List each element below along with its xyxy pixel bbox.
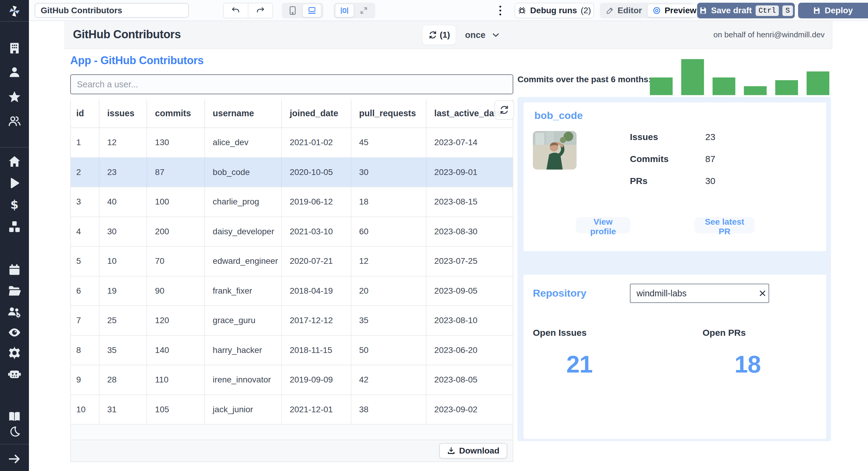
table-cell: 2023-08-05 xyxy=(427,365,513,395)
table-row[interactable]: 340100charlie_prog2019-06-12182023-08-15 xyxy=(71,187,513,217)
table-cell: frank_fixer xyxy=(205,276,282,306)
desktop-view-toggle[interactable] xyxy=(303,4,321,17)
calendar-icon[interactable] xyxy=(0,261,29,278)
repository-input[interactable] xyxy=(630,289,756,298)
home-icon[interactable] xyxy=(0,153,29,170)
commit-bar xyxy=(650,77,673,95)
preview-tab[interactable]: Preview xyxy=(647,4,702,17)
commit-bar xyxy=(712,77,735,95)
star-icon[interactable] xyxy=(0,89,29,105)
editor-tab[interactable]: Editor xyxy=(601,4,647,17)
table-row[interactable]: 835140harry_hacker2018-11-15502023-06-20 xyxy=(71,336,513,366)
table-cell: 8 xyxy=(71,336,99,365)
download-icon xyxy=(447,447,456,455)
column-header-pull_requests: pull_requests xyxy=(351,99,427,127)
table-refresh-button[interactable] xyxy=(494,100,514,120)
folder-open-icon[interactable] xyxy=(0,282,29,299)
repository-card: Repository Open Issues Open PRs 21 18 xyxy=(524,275,826,439)
editor-preview-group: Editor Preview xyxy=(600,3,694,19)
column-header-commits: commits xyxy=(147,99,205,127)
arrow-right-icon[interactable] xyxy=(0,450,29,467)
table-cell: 2021-01-02 xyxy=(282,128,351,157)
deploy-button: Deploy xyxy=(798,3,868,19)
schedule-dropdown[interactable]: once xyxy=(462,25,503,45)
eye-icon[interactable] xyxy=(0,324,29,341)
refresh-icon xyxy=(428,30,437,39)
gear-icon[interactable] xyxy=(0,344,29,361)
app-header-band: GitHub Contributors (1) once on behalf o… xyxy=(64,21,832,49)
user-icon[interactable] xyxy=(0,64,29,81)
table-cell: 25 xyxy=(99,306,147,335)
table-row[interactable]: 61990frank_fixer2018-04-19202023-09-05 xyxy=(71,276,513,306)
sidebar-divider xyxy=(0,21,29,22)
group-settings-icon[interactable] xyxy=(0,304,29,321)
view-profile-button[interactable]: View profile xyxy=(576,217,630,233)
robot-icon[interactable] xyxy=(0,366,29,382)
table-cell: 2023-08-30 xyxy=(427,217,513,246)
refresh-icon xyxy=(499,105,509,115)
table-cell: alice_dev xyxy=(205,128,282,157)
book-icon[interactable] xyxy=(0,408,29,425)
table-row[interactable]: 51070edward_engineer2020-07-21122023-07-… xyxy=(71,247,513,276)
table-cell: 2023-07-25 xyxy=(427,247,513,276)
deploy-label: Deploy xyxy=(825,6,852,15)
table-cell: 23 xyxy=(99,158,147,187)
debug-runs-button[interactable]: Debug runs (2) xyxy=(515,3,594,19)
app-refresh-button[interactable]: (1) xyxy=(422,25,456,45)
table-cell: 2023-09-01 xyxy=(427,158,513,187)
download-button[interactable]: Download xyxy=(439,443,507,459)
search-user-input[interactable] xyxy=(70,74,513,94)
table-cell: grace_guru xyxy=(205,306,282,335)
column-header-id: id xyxy=(71,99,99,127)
deploy-main-button[interactable]: Deploy xyxy=(798,3,867,19)
building-icon[interactable] xyxy=(0,40,29,57)
floppy-icon xyxy=(699,6,707,15)
table-cell: 2020-10-05 xyxy=(282,158,351,187)
open-prs-label: Open PRs xyxy=(703,328,746,338)
table-cell: 12 xyxy=(99,128,147,157)
play-icon[interactable] xyxy=(0,175,29,192)
table-cell: 2019-06-12 xyxy=(282,187,351,216)
table-row[interactable]: 928110irene_innovator2019-09-09422023-08… xyxy=(71,365,513,395)
repository-title: Repository xyxy=(533,287,587,299)
table-cell: 2018-04-19 xyxy=(282,276,351,306)
windmill-logo-icon[interactable] xyxy=(0,3,29,20)
redo-button[interactable] xyxy=(248,3,273,18)
table-cell: 50 xyxy=(351,336,427,365)
table-row[interactable]: 112130alice_dev2021-01-02452023-07-14 xyxy=(71,128,513,158)
bug-icon xyxy=(518,6,527,15)
save-draft-label: Save draft xyxy=(711,6,752,15)
more-options-button[interactable] xyxy=(493,3,507,18)
stat-value: 23 xyxy=(705,132,715,142)
undo-button[interactable] xyxy=(224,3,248,18)
profile-username-link[interactable]: bob_code xyxy=(534,110,583,121)
see-latest-pr-button[interactable]: See latest PR xyxy=(694,217,755,233)
table-cell: jack_junior xyxy=(205,395,282,424)
table-row[interactable]: 1031105jack_junior2021-12-01382023-09-02 xyxy=(71,395,513,425)
pencil-icon xyxy=(606,7,614,14)
table-cell: 90 xyxy=(147,276,205,306)
clear-input-button[interactable] xyxy=(756,285,769,302)
centered-layout-toggle[interactable] xyxy=(335,4,354,17)
app-header-title: GitHub Contributors xyxy=(73,28,181,41)
table-row[interactable]: 725120grace_guru2017-12-12352023-08-10 xyxy=(71,306,513,336)
commits-bar-chart xyxy=(650,59,830,95)
table-cell: 31 xyxy=(99,395,147,424)
save-draft-button[interactable]: Save draft Ctrl S xyxy=(697,3,795,19)
table-row[interactable]: 430200daisy_developer2021-03-10602023-08… xyxy=(71,217,513,247)
profile-avatar xyxy=(533,131,577,170)
editor-toolbar: Debug runs (2) Editor Preview Save draft… xyxy=(29,0,868,21)
table-cell: bob_code xyxy=(205,158,282,187)
fullwidth-layout-toggle[interactable] xyxy=(354,4,373,17)
table-cell: 2017-12-12 xyxy=(282,306,351,335)
table-cell: 10 xyxy=(71,395,99,424)
app-title-input[interactable] xyxy=(35,3,189,18)
mobile-view-toggle[interactable] xyxy=(283,4,302,17)
table-row[interactable]: 22387bob_code2020-10-05302023-09-01 xyxy=(71,158,513,188)
cubes-icon[interactable] xyxy=(0,218,29,236)
user-group-icon[interactable] xyxy=(0,113,29,130)
table-cell: 2021-03-10 xyxy=(282,217,351,246)
dollar-icon[interactable]: $ xyxy=(0,196,29,213)
moon-icon[interactable] xyxy=(0,424,29,440)
left-sidebar: $ xyxy=(0,0,29,471)
